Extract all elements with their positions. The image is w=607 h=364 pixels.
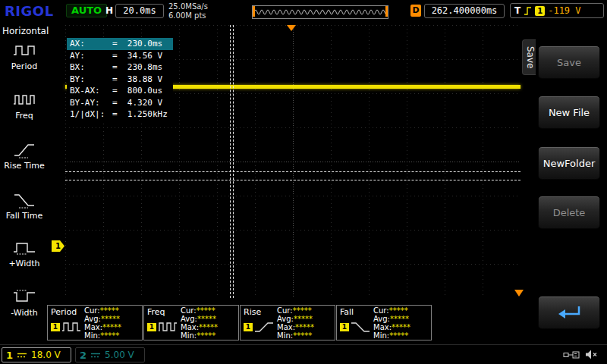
cursor-bx-line[interactable] bbox=[233, 25, 234, 298]
run-status-badge: AUTO bbox=[66, 4, 107, 17]
horizontal-label: H bbox=[105, 5, 113, 16]
memory-position-bar[interactable] bbox=[252, 5, 388, 19]
cursor-row: 1/|dX|:= 1.250kHz bbox=[67, 108, 173, 121]
channel-badge: 1 bbox=[51, 323, 60, 331]
return-arrow-icon bbox=[552, 303, 586, 322]
delay-badge: D bbox=[410, 5, 421, 17]
cursor-row: AX:= 230.0ms bbox=[67, 38, 173, 50]
cursor-row: AY:= 34.56 V bbox=[67, 50, 173, 62]
rise-time-icon bbox=[13, 142, 36, 158]
measurement-title: Period bbox=[51, 307, 84, 317]
channel-badge: 1 bbox=[244, 323, 253, 331]
ch1-ground-marker[interactable]: 1 bbox=[52, 240, 64, 252]
memory-waveform-path bbox=[254, 10, 387, 14]
cursor-ax-line[interactable] bbox=[230, 25, 231, 298]
delete-button[interactable]: Delete bbox=[538, 196, 600, 229]
delay-value[interactable]: 262.400000ms bbox=[424, 4, 505, 18]
trigger-source-badge: 1 bbox=[535, 6, 545, 16]
channel-2-indicator[interactable]: 2 5.00 V bbox=[75, 347, 145, 362]
channel-scale: 5.00 V bbox=[105, 350, 134, 360]
rise-icon bbox=[254, 321, 274, 333]
channel-1-indicator[interactable]: 1 18.0 V bbox=[2, 347, 71, 362]
speaker-muted-icon bbox=[584, 349, 598, 360]
measurement-title: Fall bbox=[340, 307, 373, 317]
trigger-level-value: -119 V bbox=[548, 5, 580, 16]
sidebar-item-fall-time[interactable]: Fall Time bbox=[0, 192, 49, 221]
sidebar-item-label: Fall Time bbox=[6, 211, 43, 221]
cursor-readout: AX:= 230.0ms AY:= 34.56 V BX:= 230.8ms B… bbox=[67, 38, 173, 121]
ch1-coupling-icon bbox=[17, 352, 27, 359]
bottom-bar: 1 18.0 V 2 5.00 V bbox=[0, 344, 607, 364]
cursor-row: BX-AX:= 800.0us bbox=[67, 85, 173, 97]
soft-menu: Save Save New File NewFolder Delete bbox=[522, 23, 607, 345]
trigger-label: T bbox=[514, 5, 521, 16]
period-icon bbox=[61, 321, 81, 333]
measurement-freq[interactable]: Freq 1 Cur:***** Avg:***** Max:***** Min… bbox=[143, 305, 239, 340]
fall-time-icon bbox=[13, 192, 36, 209]
cursor-row: BY:= 38.88 V bbox=[67, 74, 173, 86]
acquisition-info: 25.0MSa/s 6.00M pts bbox=[168, 2, 208, 20]
new-folder-button[interactable]: NewFolder bbox=[538, 146, 600, 180]
top-bar: RIGOL AUTO H 20.0ms 25.0MSa/s 6.00M pts … bbox=[0, 0, 607, 23]
channel-number: 1 bbox=[6, 350, 13, 361]
sidebar-item-minus-width[interactable]: -Width bbox=[0, 289, 49, 318]
usb-icon bbox=[563, 350, 580, 360]
measurement-fall[interactable]: Fall 1 Cur:***** Avg:***** Max:***** Min… bbox=[336, 305, 432, 340]
sidebar-title: Horizontal bbox=[2, 26, 49, 36]
menu-tab: Save bbox=[522, 39, 536, 75]
sidebar-item-label: -Width bbox=[11, 308, 37, 318]
channel-badge: 1 bbox=[340, 323, 349, 331]
cursor-by-line[interactable] bbox=[65, 180, 521, 180]
measurement-stats: Cur:***** Avg:***** Max:***** Min:***** bbox=[373, 306, 431, 340]
memory-depth: 6.00M pts bbox=[168, 11, 208, 20]
measurement-stats: Cur:***** Avg:***** Max:***** Min:***** bbox=[277, 306, 335, 340]
sidebar-item-label: Freq bbox=[15, 111, 33, 121]
channel-badge: 1 bbox=[147, 323, 156, 331]
save-button[interactable]: Save bbox=[538, 46, 600, 79]
plus-width-icon bbox=[13, 240, 36, 256]
freq-icon bbox=[13, 92, 36, 108]
channel-scale: 18.0 V bbox=[31, 350, 61, 360]
measurement-title: Rise bbox=[244, 307, 277, 317]
measurement-title: Freq bbox=[147, 307, 181, 317]
timebase-value[interactable]: 20.0ms bbox=[115, 4, 164, 18]
measurement-rise[interactable]: Rise 1 Cur:***** Avg:***** Max:***** Min… bbox=[240, 305, 335, 340]
rigol-logo: RIGOL bbox=[5, 3, 54, 19]
back-button[interactable] bbox=[538, 296, 600, 329]
cursor-row: BX:= 230.8ms bbox=[67, 61, 173, 74]
graticule: AX:= 230.0ms AY:= 34.56 V BX:= 230.8ms B… bbox=[65, 25, 521, 298]
trigger-info[interactable]: T 1 -119 V bbox=[510, 3, 604, 18]
sample-rate: 25.0MSa/s bbox=[168, 2, 208, 11]
sidebar-item-period[interactable]: Period bbox=[0, 42, 49, 71]
measurement-stats: Cur:***** Avg:***** Max:***** Min:***** bbox=[84, 306, 142, 340]
sidebar-item-rise-time[interactable]: Rise Time bbox=[0, 142, 49, 171]
ch2-coupling-icon bbox=[90, 352, 101, 359]
sidebar-item-label: Period bbox=[11, 61, 37, 71]
measurement-stats: Cur:***** Avg:***** Max:***** Min:***** bbox=[181, 306, 238, 340]
sidebar-item-freq[interactable]: Freq bbox=[0, 92, 49, 121]
channel-number: 2 bbox=[80, 350, 86, 361]
cursor-ay-line[interactable] bbox=[65, 171, 521, 172]
cursor-row: BY-AY:= 4.320 V bbox=[67, 97, 173, 109]
measurement-period[interactable]: Period 1 Cur:***** Avg:***** Max:***** M… bbox=[47, 305, 143, 340]
sidebar-item-label: Rise Time bbox=[4, 161, 45, 171]
new-file-button[interactable]: New File bbox=[538, 96, 600, 129]
fall-icon bbox=[351, 321, 370, 333]
trigger-slope-icon bbox=[524, 6, 532, 16]
sidebar-item-plus-width[interactable]: +Width bbox=[0, 240, 49, 268]
memory-window-bracket-left bbox=[253, 6, 255, 17]
freq-icon bbox=[158, 321, 178, 333]
period-icon bbox=[13, 42, 36, 59]
trigger-position-marker[interactable] bbox=[287, 25, 296, 31]
memory-window-bracket-right bbox=[385, 6, 388, 17]
minus-width-icon bbox=[13, 289, 36, 306]
sidebar-item-label: +Width bbox=[8, 259, 39, 268]
trigger-level-marker[interactable] bbox=[514, 290, 524, 297]
